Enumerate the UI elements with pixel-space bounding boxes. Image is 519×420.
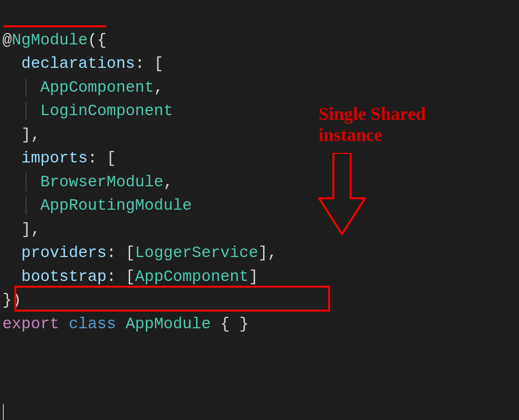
declaration-item-0: AppComponent xyxy=(40,79,154,97)
comma: , xyxy=(268,244,277,262)
comma: , xyxy=(31,126,40,144)
annotation-line-1: Single Shared xyxy=(319,104,426,124)
close-bracket: ] xyxy=(249,268,258,286)
colon: : xyxy=(135,55,144,73)
code-block: @NgModule({ declarations: [ │ AppCompone… xyxy=(2,5,517,336)
open-bracket: [ xyxy=(125,244,135,262)
colon: : xyxy=(107,244,116,262)
at-symbol: @ xyxy=(2,32,12,49)
open-brace: { xyxy=(97,32,107,49)
bootstrap-item-0: AppComponent xyxy=(135,268,249,286)
close-paren: ) xyxy=(12,291,22,309)
decorator-underline xyxy=(3,25,106,27)
close-bracket: ] xyxy=(258,244,268,262)
open-bracket: [ xyxy=(125,268,135,286)
imports-key: imports xyxy=(22,150,88,167)
annotation-line-2: instance xyxy=(319,125,382,145)
bootstrap-key: bootstrap xyxy=(22,268,107,286)
close-brace: } xyxy=(2,291,12,309)
decorator-name: NgModule xyxy=(12,32,88,49)
class-name: AppModule xyxy=(125,315,210,333)
comma: , xyxy=(164,173,173,191)
open-bracket: [ xyxy=(107,150,116,167)
text-cursor xyxy=(3,404,4,420)
open-paren: ( xyxy=(88,32,97,49)
annotation-label: Single Shared instance xyxy=(319,104,426,145)
open-brace: { xyxy=(221,315,230,333)
import-item-1: AppRoutingModule xyxy=(40,197,192,215)
down-arrow-icon xyxy=(313,153,371,237)
declaration-item-1: LoginComponent xyxy=(40,102,173,120)
import-item-0: BrowserModule xyxy=(40,173,163,191)
comma: , xyxy=(154,79,164,97)
colon: : xyxy=(88,150,97,167)
export-keyword: export xyxy=(2,315,59,333)
providers-key: providers xyxy=(22,244,107,262)
class-keyword: class xyxy=(69,315,116,333)
close-brace: } xyxy=(239,315,249,333)
close-bracket: ] xyxy=(22,126,31,144)
comma: , xyxy=(31,221,40,238)
close-bracket: ] xyxy=(22,221,31,238)
provider-item-0: LoggerService xyxy=(135,244,258,262)
colon: : xyxy=(107,268,116,286)
declarations-key: declarations xyxy=(22,55,135,73)
open-bracket: [ xyxy=(154,55,164,73)
